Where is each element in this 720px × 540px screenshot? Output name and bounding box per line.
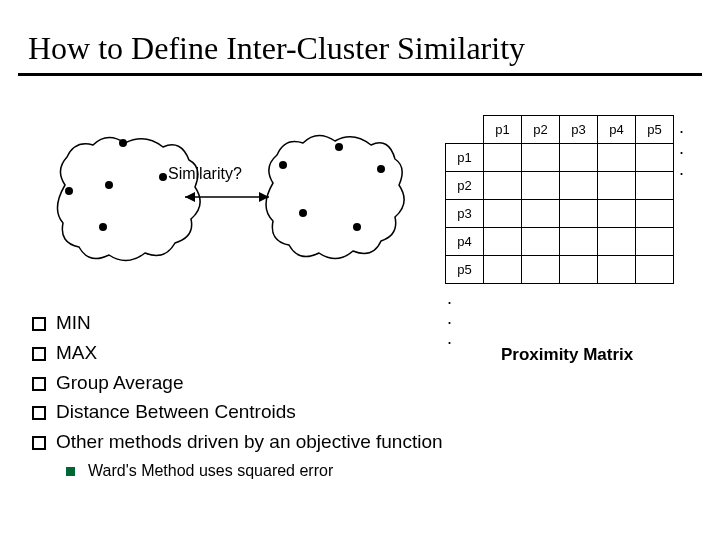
matrix-col-header: p3: [560, 116, 598, 144]
matrix-row-header: p3: [446, 200, 484, 228]
matrix-cell: [484, 144, 522, 172]
matrix-row-header: p4: [446, 228, 484, 256]
cluster-a-outline: [57, 137, 200, 260]
matrix-cell: [560, 200, 598, 228]
matrix-cell: [522, 228, 560, 256]
cluster-b-point: [377, 165, 385, 173]
matrix-cell: [484, 200, 522, 228]
bullet-item: Distance Between Centroids: [28, 400, 508, 424]
title-rule: [18, 73, 702, 76]
matrix-cell: [484, 172, 522, 200]
matrix-cell: [636, 200, 674, 228]
cluster-a-point: [159, 173, 167, 181]
matrix-cell: [484, 256, 522, 284]
cluster-b-point: [299, 209, 307, 217]
cluster-diagram: Similarity?: [45, 125, 405, 295]
matrix-row-header: p2: [446, 172, 484, 200]
matrix-cell: [598, 144, 636, 172]
matrix-row-header: p5: [446, 256, 484, 284]
cluster-a-point: [99, 223, 107, 231]
matrix-cell: [598, 228, 636, 256]
sub-bullet-list: Ward's Method uses squared error: [64, 462, 508, 480]
slide-title: How to Define Inter-Cluster Similarity: [0, 0, 720, 73]
matrix-cell: [598, 200, 636, 228]
matrix-caption: Proximity Matrix: [501, 345, 633, 365]
bullet-item: MIN: [28, 311, 508, 335]
sub-bullet-item: Ward's Method uses squared error: [64, 462, 508, 480]
similarity-label: Similarity?: [168, 165, 242, 183]
cluster-b-outline: [266, 135, 404, 258]
matrix-col-ellipsis: . . .: [679, 117, 705, 180]
matrix-cell: [522, 200, 560, 228]
matrix-col-header: p5: [636, 116, 674, 144]
upper-region: Similarity? p1 p2 p3 p4 p5 p1 p2 p3: [45, 115, 675, 310]
bullet-item: MAX: [28, 341, 508, 365]
cluster-svg: [45, 125, 405, 295]
matrix-cell: [560, 172, 598, 200]
proximity-matrix: p1 p2 p3 p4 p5 p1 p2 p3 p4: [445, 115, 705, 284]
matrix-cell: [598, 256, 636, 284]
matrix-cell: [636, 172, 674, 200]
matrix-col-header: p2: [522, 116, 560, 144]
cluster-b-point: [279, 161, 287, 169]
proximity-table: p1 p2 p3 p4 p5 p1 p2 p3 p4: [445, 115, 674, 284]
matrix-cell: [484, 228, 522, 256]
cluster-a-point: [105, 181, 113, 189]
matrix-cell: [522, 172, 560, 200]
matrix-corner: [446, 116, 484, 144]
cluster-b-point: [335, 143, 343, 151]
matrix-cell: [522, 144, 560, 172]
bullet-item: Group Average: [28, 371, 508, 395]
cluster-a-point: [119, 139, 127, 147]
matrix-cell: [560, 228, 598, 256]
cluster-a-point: [65, 187, 73, 195]
matrix-cell: [636, 256, 674, 284]
matrix-col-header: p4: [598, 116, 636, 144]
matrix-cell: [522, 256, 560, 284]
matrix-cell: [636, 228, 674, 256]
bullet-item: Other methods driven by an objective fun…: [28, 430, 508, 454]
matrix-cell: [560, 256, 598, 284]
matrix-cell: [636, 144, 674, 172]
bullet-list: MIN MAX Group Average Distance Between C…: [28, 305, 508, 480]
similarity-arrow-left: [185, 192, 195, 202]
cluster-b-point: [353, 223, 361, 231]
matrix-row-header: p1: [446, 144, 484, 172]
matrix-cell: [598, 172, 636, 200]
matrix-col-header: p1: [484, 116, 522, 144]
matrix-cell: [560, 144, 598, 172]
